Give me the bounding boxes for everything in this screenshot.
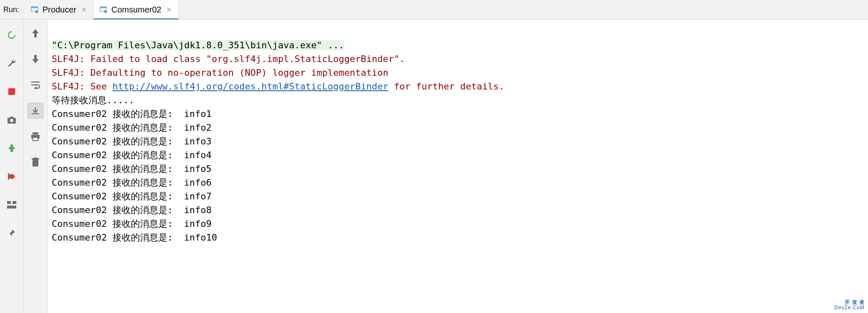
svg-rect-4 <box>100 7 107 8</box>
svg-point-5 <box>104 10 107 13</box>
trash-icon[interactable] <box>28 154 43 170</box>
soft-wrap-icon[interactable] <box>28 77 43 93</box>
svg-rect-17 <box>32 158 39 159</box>
exit-icon[interactable] <box>4 169 20 184</box>
layout-icon[interactable] <box>4 197 20 213</box>
console-line: Consumer02 接收的消息是: info2 <box>52 122 212 133</box>
svg-rect-12 <box>32 113 39 114</box>
console-line: Consumer02 接收的消息是: info3 <box>52 136 212 147</box>
rerun-button[interactable] <box>4 27 20 43</box>
console-side-toolbar <box>24 20 48 313</box>
svg-rect-6 <box>8 88 15 95</box>
console-error-line: SLF4J: Defaulting to no-operation (NOP) … <box>52 67 388 78</box>
close-icon[interactable]: ✕ <box>80 5 88 15</box>
console-output[interactable]: "C:\Program Files\Java\jdk1.8.0_351\bin\… <box>48 20 868 313</box>
console-line: Consumer02 接收的消息是: info5 <box>52 164 212 174</box>
pin-icon[interactable] <box>4 225 20 241</box>
slf4j-link[interactable]: http://www.slf4j.org/codes.html#StaticLo… <box>113 81 388 92</box>
console-error-line: SLF4J: See http://www.slf4j.org/codes.ht… <box>52 81 504 92</box>
run-side-toolbar <box>0 20 24 313</box>
console-line: Consumer02 接收的消息是: info9 <box>52 219 212 229</box>
svg-rect-16 <box>33 159 38 166</box>
svg-point-2 <box>35 10 38 13</box>
wrench-icon[interactable] <box>4 55 20 71</box>
svg-rect-11 <box>7 206 16 209</box>
down-arrow-icon[interactable] <box>28 51 43 67</box>
stop-button[interactable] <box>4 84 20 99</box>
run-toolbar: Run: Producer ✕ Comsumer02 ✕ <box>0 0 868 20</box>
svg-rect-15 <box>33 137 38 141</box>
svg-rect-13 <box>33 132 38 134</box>
tab-label: Comsumer02 <box>111 5 161 15</box>
svg-rect-1 <box>31 7 38 8</box>
console-line: Consumer02 接收的消息是: info1 <box>52 109 212 119</box>
close-icon[interactable]: ✕ <box>165 5 173 15</box>
scroll-to-end-icon[interactable] <box>28 103 43 119</box>
svg-rect-18 <box>34 157 37 158</box>
console-line: Consumer02 接收的消息是: info7 <box>52 191 212 201</box>
console-line: Consumer02 接收的消息是: info6 <box>52 177 212 188</box>
console-error-line: SLF4J: Failed to load class "org.slf4j.i… <box>52 54 405 64</box>
console-line: Consumer02 接收的消息是: info10 <box>52 232 217 243</box>
watermark: 开 发 者 DevZe.CoM <box>834 300 865 311</box>
tab-comsumer02[interactable]: Comsumer02 ✕ <box>94 0 179 19</box>
tab-label: Producer <box>43 5 76 15</box>
command-line: "C:\Program Files\Java\jdk1.8.0_351\bin\… <box>52 40 344 50</box>
svg-rect-10 <box>13 201 16 204</box>
svg-rect-8 <box>8 173 9 180</box>
run-config-icon <box>100 6 107 13</box>
run-tabs: Producer ✕ Comsumer02 ✕ <box>25 0 179 19</box>
console-line: Consumer02 接收的消息是: info8 <box>52 205 212 215</box>
svg-point-7 <box>10 119 13 122</box>
svg-rect-9 <box>7 201 11 204</box>
run-config-icon <box>31 6 38 13</box>
console-line: 等待接收消息..... <box>52 95 134 105</box>
camera-icon[interactable] <box>4 112 20 128</box>
up-arrow-icon[interactable] <box>28 25 43 41</box>
tab-producer[interactable]: Producer ✕ <box>25 0 94 19</box>
run-label: Run: <box>0 0 25 19</box>
console-line: Consumer02 接收的消息是: info4 <box>52 150 212 160</box>
bug-profiler-icon[interactable] <box>4 140 20 156</box>
print-icon[interactable] <box>28 129 43 144</box>
